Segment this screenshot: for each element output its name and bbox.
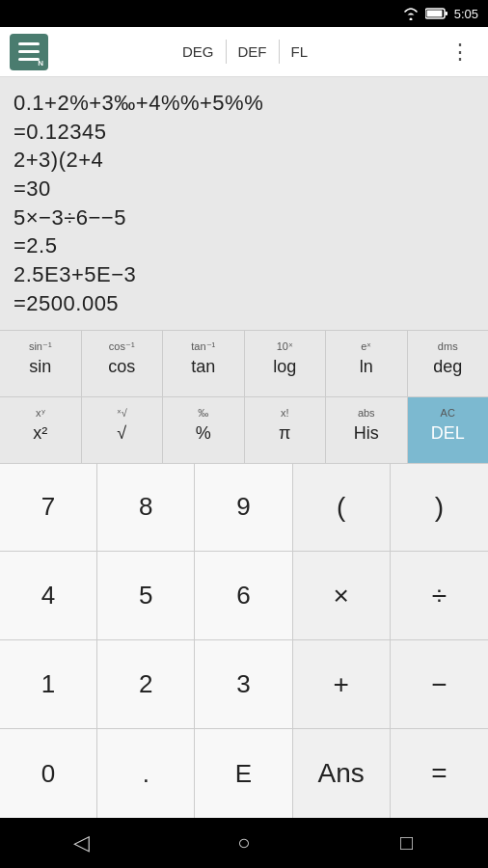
num-btn-6[interactable]: 6: [195, 552, 292, 640]
calc-line-2: 2+3)(2+4: [14, 146, 474, 175]
recent-button[interactable]: □: [378, 824, 436, 862]
func-btn-row2-0[interactable]: xʸx²: [0, 397, 82, 463]
keypad: sin⁻¹sincos⁻¹costan⁻¹tan10ˣlogeˣlndmsdeg…: [0, 330, 488, 819]
func-btn-row2-1[interactable]: ˣ√√: [82, 397, 164, 463]
mode-def[interactable]: DEF: [227, 40, 280, 64]
num-btn-8[interactable]: 8: [97, 464, 195, 553]
func-main: x²: [33, 423, 47, 444]
back-button[interactable]: ◁: [52, 824, 110, 862]
num-btn-_[interactable]: .: [97, 729, 195, 818]
calc-line-6: 2.5E3+5E−3: [14, 260, 474, 289]
menu-button[interactable]: N: [10, 34, 48, 70]
number-grid: 789()456×÷123+−0.EAns=: [0, 463, 488, 819]
func-sup: abs: [358, 407, 375, 419]
func-btn-row1-0[interactable]: sin⁻¹sin: [0, 331, 82, 396]
func-sup: x!: [281, 407, 289, 419]
wifi-icon: [402, 7, 420, 20]
num-btn-2[interactable]: 2: [97, 640, 195, 729]
num-btn-_[interactable]: =: [391, 729, 488, 818]
func-sup: AC: [441, 407, 455, 419]
func-sup: eˣ: [361, 340, 371, 353]
func-main: cos: [108, 357, 135, 377]
calc-line-4: 5×−3÷6−−5: [14, 203, 474, 232]
nav-bar: ◁ ○ □: [0, 818, 488, 868]
func-sup: 10ˣ: [277, 340, 293, 353]
func-main: π: [279, 423, 290, 444]
func-btn-row1-3[interactable]: 10ˣlog: [245, 331, 327, 396]
toolbar: N DEG DEF FL ⋮: [0, 27, 488, 77]
func-main: DEL: [431, 423, 465, 444]
func-btn-row1-4[interactable]: eˣln: [326, 331, 408, 396]
func-btn-row2-3[interactable]: x!π: [245, 397, 327, 463]
num-btn-_[interactable]: (: [293, 464, 391, 553]
app: N DEG DEF FL ⋮ 0.1+2%+3‰+4%%+5%%=0.12345…: [0, 27, 488, 818]
num-btn-0[interactable]: 0: [0, 729, 97, 818]
calc-line-5: =2.5: [14, 231, 474, 260]
func-btn-row1-5[interactable]: dmsdeg: [408, 331, 489, 396]
battery-icon: [425, 7, 448, 20]
func-main: His: [354, 423, 379, 444]
func-sup: tan⁻¹: [191, 340, 215, 353]
menu-n-label: N: [38, 59, 43, 68]
func-main: %: [196, 423, 211, 444]
calc-line-7: =2500.005: [14, 289, 474, 318]
home-button[interactable]: ○: [215, 824, 273, 862]
func-main: deg: [433, 357, 462, 377]
calc-line-1: =0.12345: [14, 118, 474, 147]
num-btn-_[interactable]: +: [293, 640, 391, 729]
num-btn-5[interactable]: 5: [97, 552, 195, 640]
func-btn-row2-2[interactable]: ‰%: [163, 397, 245, 463]
more-options-button[interactable]: ⋮: [442, 36, 478, 68]
func-sup: dms: [438, 340, 458, 352]
num-btn-_[interactable]: ×: [293, 552, 391, 640]
func-btn-row1-2[interactable]: tan⁻¹tan: [163, 331, 245, 396]
func-sup: sin⁻¹: [29, 340, 52, 353]
num-btn-3[interactable]: 3: [195, 640, 292, 729]
num-btn-Ans[interactable]: Ans: [293, 729, 391, 818]
func-btn-row1-1[interactable]: cos⁻¹cos: [82, 331, 164, 396]
num-btn-_[interactable]: ): [391, 464, 488, 553]
mode-fl[interactable]: FL: [280, 40, 320, 64]
mode-deg[interactable]: DEG: [171, 40, 227, 64]
calc-line-3: =30: [14, 175, 474, 203]
svg-rect-2: [445, 12, 447, 15]
num-btn-E[interactable]: E: [195, 729, 292, 818]
func-main: sin: [29, 357, 51, 377]
func-btn-row2-4[interactable]: absHis: [326, 397, 408, 463]
svg-rect-1: [426, 11, 442, 17]
func-main: √: [117, 423, 126, 444]
num-btn-9[interactable]: 9: [195, 464, 292, 553]
func-main: tan: [191, 357, 215, 377]
num-btn-_[interactable]: ÷: [391, 552, 488, 640]
calc-line-0: 0.1+2%+3‰+4%%+5%%: [14, 89, 474, 118]
func-main: ln: [360, 357, 373, 377]
display-area: 0.1+2%+3‰+4%%+5%%=0.123452+3)(2+4=305×−3…: [0, 77, 488, 330]
func-sup: ˣ√: [117, 407, 127, 420]
num-btn-_[interactable]: −: [391, 640, 488, 729]
func-sup: ‰: [198, 407, 208, 419]
func-btn-row2-5[interactable]: ACDEL: [408, 397, 489, 463]
func-sup: xʸ: [36, 407, 45, 420]
function-row-2: xʸx²ˣ√√‰%x!πabsHisACDEL: [0, 396, 488, 463]
num-btn-1[interactable]: 1: [0, 640, 97, 729]
status-time: 5:05: [454, 7, 478, 21]
function-row-1: sin⁻¹sincos⁻¹costan⁻¹tan10ˣlogeˣlndmsdeg: [0, 330, 488, 396]
num-btn-4[interactable]: 4: [0, 552, 97, 640]
status-bar: 5:05: [0, 0, 488, 27]
toolbar-modes: DEG DEF FL: [48, 40, 442, 64]
func-main: log: [273, 357, 296, 377]
func-sup: cos⁻¹: [109, 340, 135, 353]
num-btn-7[interactable]: 7: [0, 464, 97, 553]
